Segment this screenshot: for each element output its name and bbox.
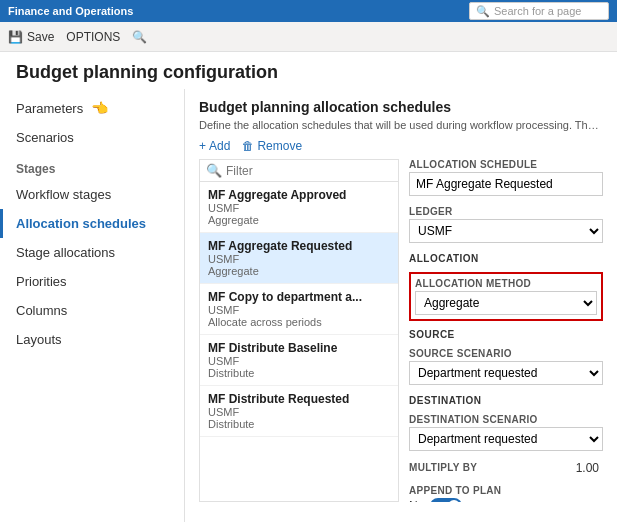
multiply-row: Multiply by 1.00 bbox=[409, 461, 603, 475]
list-item-sub2: Distribute bbox=[208, 367, 390, 379]
main-layout: Parameters 👈 Scenarios Stages Workflow s… bbox=[0, 89, 617, 522]
cursor-icon: 👈 bbox=[91, 100, 108, 116]
list-item-sub2: Aggregate bbox=[208, 214, 390, 226]
allocation-method-label: Allocation method bbox=[415, 278, 597, 289]
plus-icon: + bbox=[199, 139, 206, 153]
global-search[interactable]: 🔍 Search for a page bbox=[469, 2, 609, 20]
multiply-by-value: 1.00 bbox=[576, 461, 603, 475]
section-desc: Define the allocation schedules that wil… bbox=[199, 119, 603, 131]
left-nav: Parameters 👈 Scenarios Stages Workflow s… bbox=[0, 89, 185, 522]
nav-item-label: Layouts bbox=[16, 332, 62, 347]
list-item-name: MF Distribute Requested bbox=[208, 392, 390, 406]
nav-item-label: Scenarios bbox=[16, 130, 74, 145]
allocation-schedule-input[interactable] bbox=[409, 172, 603, 196]
sidebar-item-parameters[interactable]: Parameters 👈 bbox=[0, 93, 184, 123]
list-item[interactable]: MF Copy to department a... USMF Allocate… bbox=[200, 284, 398, 335]
list-item-name: MF Aggregate Approved bbox=[208, 188, 390, 202]
save-button[interactable]: 💾 Save bbox=[8, 30, 54, 44]
source-scenario-field: Source scenario Department requested bbox=[409, 348, 603, 385]
source-scenario-label: Source scenario bbox=[409, 348, 603, 359]
section-title: Budget planning allocation schedules bbox=[199, 99, 603, 115]
destination-section: DESTINATION Destination scenario Departm… bbox=[409, 395, 603, 451]
list-item[interactable]: MF Distribute Requested USMF Distribute bbox=[200, 386, 398, 437]
toggle-label: No bbox=[409, 499, 424, 502]
nav-item-label: Allocation schedules bbox=[16, 216, 146, 231]
list-item-sub2: Distribute bbox=[208, 418, 390, 430]
ledger-field: Ledger USMF bbox=[409, 206, 603, 243]
list-item-sub2: Aggregate bbox=[208, 265, 390, 277]
multiply-by-field: Multiply by 1.00 bbox=[409, 461, 603, 475]
source-section-title: SOURCE bbox=[409, 329, 603, 342]
nav-item-label: Priorities bbox=[16, 274, 67, 289]
destination-section-title: DESTINATION bbox=[409, 395, 603, 408]
search-button[interactable]: 🔍 bbox=[132, 30, 147, 44]
allocation-section-title: ALLOCATION bbox=[409, 253, 603, 266]
options-label: OPTIONS bbox=[66, 30, 120, 44]
list-item-sub1: USMF bbox=[208, 253, 390, 265]
allocation-schedule-field: Allocation schedule bbox=[409, 159, 603, 196]
search-icon: 🔍 bbox=[132, 30, 147, 44]
right-content: Budget planning allocation schedules Def… bbox=[185, 89, 617, 522]
nav-item-label: Columns bbox=[16, 303, 67, 318]
allocation-schedule-label: Allocation schedule bbox=[409, 159, 603, 170]
source-scenario-select[interactable]: Department requested bbox=[409, 361, 603, 385]
destination-scenario-label: Destination scenario bbox=[409, 414, 603, 425]
toolbar: 💾 Save OPTIONS 🔍 bbox=[0, 22, 617, 52]
allocation-method-select[interactable]: Aggregate Distribute Allocate across per… bbox=[415, 291, 597, 315]
nav-item-label: Parameters bbox=[16, 101, 83, 116]
ledger-select[interactable]: USMF bbox=[409, 219, 603, 243]
sidebar-item-layouts[interactable]: Layouts bbox=[0, 325, 184, 354]
app-title: Finance and Operations bbox=[8, 5, 133, 17]
remove-icon: 🗑 bbox=[242, 139, 254, 153]
list-item-name: MF Aggregate Requested bbox=[208, 239, 390, 253]
list-item-sub1: USMF bbox=[208, 304, 390, 316]
sidebar-item-columns[interactable]: Columns bbox=[0, 296, 184, 325]
sidebar-item-scenarios[interactable]: Scenarios bbox=[0, 123, 184, 152]
add-label: Add bbox=[209, 139, 230, 153]
remove-button[interactable]: 🗑 Remove bbox=[242, 139, 302, 153]
list-items: MF Aggregate Approved USMF Aggregate MF … bbox=[200, 182, 398, 501]
list-item[interactable]: MF Distribute Baseline USMF Distribute bbox=[200, 335, 398, 386]
nav-item-label: Stages bbox=[16, 162, 55, 176]
allocation-method-box: Allocation method Aggregate Distribute A… bbox=[409, 272, 603, 321]
list-column: 🔍 MF Aggregate Approved USMF Aggregate M… bbox=[199, 159, 399, 502]
allocation-section: ALLOCATION Allocation method Aggregate D… bbox=[409, 253, 603, 321]
list-item-name: MF Distribute Baseline bbox=[208, 341, 390, 355]
list-item[interactable]: MF Aggregate Approved USMF Aggregate bbox=[200, 182, 398, 233]
append-to-plan-toggle[interactable] bbox=[430, 498, 462, 502]
sidebar-item-stage-allocations[interactable]: Stage allocations bbox=[0, 238, 184, 267]
sidebar-item-workflow-stages[interactable]: Workflow stages bbox=[0, 180, 184, 209]
ledger-label: Ledger bbox=[409, 206, 603, 217]
append-to-plan-field: Append to plan No bbox=[409, 485, 603, 502]
search-placeholder: Search for a page bbox=[494, 5, 581, 17]
append-to-plan-label: Append to plan bbox=[409, 485, 603, 496]
list-item-sub1: USMF bbox=[208, 355, 390, 367]
sidebar-item-allocation-schedules[interactable]: Allocation schedules bbox=[0, 209, 184, 238]
list-item-sub2: Allocate across periods bbox=[208, 316, 390, 328]
destination-scenario-select[interactable]: Department requested bbox=[409, 427, 603, 451]
sidebar-item-stages[interactable]: Stages bbox=[0, 152, 184, 180]
page-title-bar: Budget planning configuration bbox=[0, 52, 617, 89]
multiply-by-label: Multiply by bbox=[409, 462, 477, 473]
add-button[interactable]: + Add bbox=[199, 139, 230, 153]
list-item-sub1: USMF bbox=[208, 202, 390, 214]
source-section: SOURCE Source scenario Department reques… bbox=[409, 329, 603, 385]
list-item-sub1: USMF bbox=[208, 406, 390, 418]
destination-scenario-field: Destination scenario Department requeste… bbox=[409, 414, 603, 451]
filter-input[interactable] bbox=[226, 164, 392, 178]
filter-icon: 🔍 bbox=[206, 163, 222, 178]
save-icon: 💾 bbox=[8, 30, 23, 44]
filter-box: 🔍 bbox=[200, 160, 398, 182]
save-label: Save bbox=[27, 30, 54, 44]
sidebar-item-priorities[interactable]: Priorities bbox=[0, 267, 184, 296]
top-bar: Finance and Operations 🔍 Search for a pa… bbox=[0, 0, 617, 22]
detail-column: Allocation schedule Ledger USMF ALLOCATI… bbox=[409, 159, 603, 502]
options-button[interactable]: OPTIONS bbox=[66, 30, 120, 44]
nav-item-label: Stage allocations bbox=[16, 245, 115, 260]
nav-item-label: Workflow stages bbox=[16, 187, 111, 202]
action-bar: + Add 🗑 Remove bbox=[199, 139, 603, 153]
remove-label: Remove bbox=[257, 139, 302, 153]
search-icon: 🔍 bbox=[476, 5, 490, 18]
two-column-layout: 🔍 MF Aggregate Approved USMF Aggregate M… bbox=[199, 159, 603, 502]
list-item[interactable]: MF Aggregate Requested USMF Aggregate bbox=[200, 233, 398, 284]
